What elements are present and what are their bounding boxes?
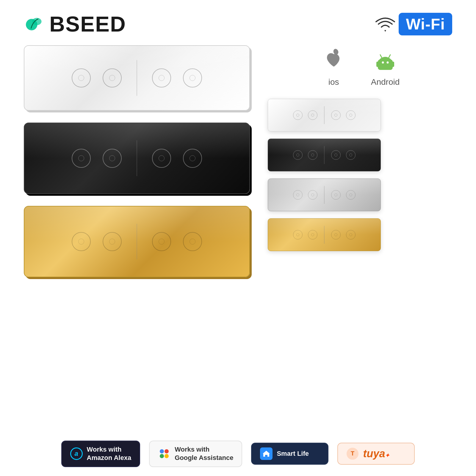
switch-button-3-inner xyxy=(159,75,165,81)
svg-point-14 xyxy=(160,454,164,458)
switch-button-3-inner xyxy=(159,239,165,245)
smartlife-badge: Smart Life xyxy=(251,443,328,465)
main-content: ios Android xyxy=(0,45,476,277)
svg-point-8 xyxy=(382,62,384,64)
switch-button-2-inner xyxy=(109,75,115,81)
switch-button-1-inner xyxy=(78,75,84,81)
tuya-badge: T tuya✦ xyxy=(337,443,415,465)
small-panel-separator xyxy=(324,106,325,124)
alexa-line2: Amazon Alexa xyxy=(87,454,131,461)
switch-button-2[interactable] xyxy=(103,232,122,251)
android-badge: Android xyxy=(371,48,400,87)
ios-badge: ios xyxy=(320,48,347,87)
small-switch-btn-4[interactable] xyxy=(346,150,356,160)
bseed-logo-icon xyxy=(24,14,45,35)
small-switch-btn-2-inner xyxy=(311,114,314,117)
svg-rect-6 xyxy=(382,65,384,68)
smartlife-line2: Smart Life xyxy=(277,450,309,457)
switch-button-1[interactable] xyxy=(72,68,91,87)
panel-separator xyxy=(137,60,137,96)
small-switch-btn-1[interactable] xyxy=(293,190,303,200)
svg-line-11 xyxy=(388,55,390,59)
small-switch-btn-4-inner xyxy=(349,114,352,117)
small-switch-button-group xyxy=(293,186,356,204)
small-switch-btn-3[interactable] xyxy=(331,190,341,200)
switch-button-3[interactable] xyxy=(152,232,171,251)
svg-rect-3 xyxy=(378,60,393,70)
small-switch-btn-1-inner xyxy=(296,193,299,196)
switch-button-group xyxy=(72,140,202,176)
logo-area: BSEED xyxy=(24,12,126,36)
white-small-switch-panel xyxy=(268,99,381,131)
small-switch-btn-2[interactable] xyxy=(308,230,317,239)
svg-text:T: T xyxy=(351,450,354,457)
small-switch-btn-4[interactable] xyxy=(346,190,356,200)
svg-point-12 xyxy=(160,449,164,453)
alexa-line1: Works with xyxy=(87,446,122,453)
small-switch-btn-2[interactable] xyxy=(308,150,317,160)
small-switch-btn-1-inner xyxy=(296,233,299,236)
switch-button-3[interactable] xyxy=(152,68,171,87)
brand-name: BSEED xyxy=(49,12,126,36)
google-line2: Google Assistance xyxy=(175,454,233,461)
android-label: Android xyxy=(371,77,400,87)
svg-rect-7 xyxy=(386,65,389,68)
small-panel-separator xyxy=(324,146,325,164)
switch-button-4-inner xyxy=(190,75,195,81)
small-switch-btn-4-inner xyxy=(349,154,352,156)
black-small-switch-panel xyxy=(268,139,381,171)
ios-label: ios xyxy=(328,77,339,87)
tuya-badge-text: tuya✦ xyxy=(363,447,389,460)
small-switch-btn-3-inner xyxy=(334,154,337,156)
switch-button-4-inner xyxy=(190,155,195,161)
switch-button-2[interactable] xyxy=(103,68,122,87)
switch-button-2-inner xyxy=(109,239,115,245)
switch-button-4[interactable] xyxy=(183,149,202,168)
switch-button-4[interactable] xyxy=(183,68,202,87)
switch-button-1[interactable] xyxy=(72,149,91,168)
alexa-badge-text: Works with Amazon Alexa xyxy=(87,445,131,462)
google-icon xyxy=(158,447,170,460)
small-switch-btn-3-inner xyxy=(334,193,337,196)
small-panel-separator xyxy=(324,186,325,204)
small-switch-btn-3[interactable] xyxy=(331,230,341,239)
smartlife-icon xyxy=(260,447,273,460)
svg-point-15 xyxy=(165,454,169,458)
small-switch-btn-1[interactable] xyxy=(293,230,303,239)
switch-button-3[interactable] xyxy=(152,149,171,168)
small-switch-btn-2[interactable] xyxy=(308,190,317,200)
small-switch-btn-1[interactable] xyxy=(293,150,303,160)
switch-button-2[interactable] xyxy=(103,149,122,168)
small-switch-btn-3[interactable] xyxy=(331,150,341,160)
apple-icon xyxy=(320,48,347,75)
panel-separator xyxy=(137,224,137,259)
wifi-area: Wi-Fi xyxy=(375,13,452,35)
wifi-badge: Wi-Fi xyxy=(399,13,452,35)
small-switch-btn-3[interactable] xyxy=(331,110,341,120)
small-switch-btn-4[interactable] xyxy=(346,230,356,239)
white-large-switch-panel xyxy=(24,45,250,111)
switch-button-4[interactable] xyxy=(183,232,202,251)
small-switch-btn-4[interactable] xyxy=(346,110,356,120)
os-badges: ios Android xyxy=(268,45,452,96)
svg-line-10 xyxy=(380,55,382,59)
svg-rect-5 xyxy=(392,62,394,67)
small-switch-btn-1[interactable] xyxy=(293,110,303,120)
switch-button-1[interactable] xyxy=(72,232,91,251)
google-line1: Works with xyxy=(175,446,209,453)
switch-button-2-inner xyxy=(109,155,115,161)
svg-point-9 xyxy=(386,62,389,64)
svg-rect-4 xyxy=(376,62,379,67)
gold-large-switch-panel xyxy=(24,206,250,277)
switch-button-group xyxy=(72,60,202,96)
small-switch-btn-2-inner xyxy=(311,154,314,156)
header: BSEED Wi-Fi xyxy=(0,0,476,42)
small-switch-button-group xyxy=(293,146,356,164)
switch-button-group xyxy=(72,224,202,259)
small-switch-btn-2[interactable] xyxy=(308,110,317,120)
android-icon xyxy=(372,48,399,75)
small-switch-btn-4-inner xyxy=(349,193,352,196)
black-large-switch-panel xyxy=(24,123,250,194)
gold-small-switch-panel xyxy=(268,218,381,251)
google-badge-text: Works with Google Assistance xyxy=(175,445,233,462)
